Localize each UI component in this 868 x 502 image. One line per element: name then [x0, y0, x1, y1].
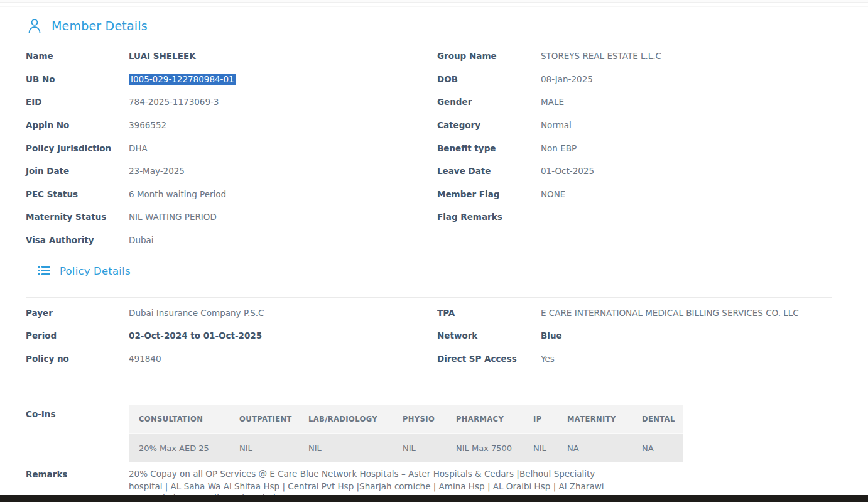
policy-fields-left: Payer Dubai Insurance Company P.S.C Peri… [26, 301, 437, 370]
field-row-member-flag: Member Flag NONE [437, 183, 832, 206]
field-value: Normal [541, 120, 572, 130]
coins-header-maternity: MATERNITY [557, 405, 632, 434]
coins-header-dental: DENTAL [632, 405, 683, 434]
field-row-policy-no: Policy no 491840 [26, 347, 437, 371]
field-value: 784-2025-1173069-3 [129, 97, 219, 107]
field-row-network: Network Blue [437, 324, 832, 347]
field-value: 3966552 [129, 120, 166, 130]
field-value: NONE [541, 189, 565, 199]
field-row-group-name: Group Name STOREYS REAL ESTATE L.L.C [437, 45, 832, 68]
person-icon [27, 18, 42, 34]
field-value: 01-Oct-2025 [541, 166, 594, 176]
field-label: TPA [437, 308, 541, 318]
coins-section: Co-Ins CONSULTATION OUTPATIENT LAB/RADIO… [26, 405, 832, 462]
field-row-eid: EID 784-2025-1173069-3 [26, 90, 437, 114]
field-label: Policy Jurisdiction [26, 143, 129, 153]
field-label: Direct SP Access [437, 354, 541, 364]
field-row-join-date: Join Date 23-May-2025 [26, 160, 437, 183]
field-label: Visa Authority [26, 235, 129, 245]
field-value: 491840 [129, 354, 161, 364]
policy-fields: Payer Dubai Insurance Company P.S.C Peri… [26, 298, 832, 370]
field-value: 08-Jan-2025 [541, 74, 593, 84]
coins-label: Co-Ins [26, 405, 129, 419]
member-details-title: Member Details [52, 19, 148, 33]
member-fields-left: Name LUAI SHELEEK UB No I005-029-1227809… [26, 45, 437, 251]
field-label: Join Date [26, 166, 129, 176]
coins-value-dental: NA [632, 434, 683, 462]
field-label: Member Flag [437, 189, 541, 199]
coins-value-physio: NIL [393, 434, 446, 462]
field-label: Name [26, 51, 129, 61]
bottom-window-edge [0, 495, 868, 502]
coins-value-ip: NIL [523, 434, 557, 462]
coins-header-pharmacy: PHARMACY [446, 405, 523, 434]
field-row-visa-authority: Visa Authority Dubai [26, 229, 437, 252]
field-row-flag-remarks: Flag Remarks [437, 205, 832, 229]
field-label: Appln No [26, 120, 129, 130]
field-row-category: Category Normal [437, 114, 832, 137]
coins-value-lab-radiology: NIL [298, 434, 393, 462]
field-value: Dubai [129, 235, 154, 245]
coins-header-outpatient: OUTPATIENT [229, 405, 298, 434]
field-value: Blue [541, 330, 562, 341]
field-row-policy-jurisdiction: Policy Jurisdiction DHA [26, 136, 437, 160]
field-label: Flag Remarks [437, 212, 541, 222]
field-label: EID [26, 97, 129, 107]
field-label: Network [437, 330, 541, 341]
field-value: DHA [129, 143, 148, 153]
top-edge-line-2 [0, 3, 868, 7]
coins-value-maternity: NA [557, 434, 632, 462]
field-row-gender: Gender MALE [437, 90, 832, 114]
coins-value-consultation: 20% Max AED 25 [129, 434, 229, 462]
field-value: Dubai Insurance Company P.S.C [129, 308, 264, 318]
field-row-benefit-type: Benefit type Non EBP [437, 136, 832, 160]
field-value: LUAI SHELEEK [129, 51, 196, 61]
field-row-period: Period 02-Oct-2024 to 01-Oct-2025 [26, 324, 437, 347]
coins-header-ip: IP [523, 405, 557, 434]
field-value: 6 Month waiting Period [129, 189, 226, 199]
field-value: MALE [541, 97, 564, 107]
field-label: Benefit type [437, 143, 541, 153]
field-row-ubno: UB No I005-029-122780984-01 [26, 68, 437, 91]
coins-header-consultation: CONSULTATION [129, 405, 229, 434]
policy-details-header: Policy Details [38, 262, 832, 280]
field-label: Category [437, 120, 541, 130]
field-row-maternity-status: Maternity Status NIL WAITING PERIOD [26, 205, 437, 229]
coins-table-data-row: 20% Max AED 25 NIL NIL NIL NIL Max 7500 … [129, 434, 683, 462]
field-label: Group Name [437, 51, 541, 61]
field-label: Payer [26, 308, 129, 318]
field-row-appln-no: Appln No 3966552 [26, 114, 437, 137]
field-value: STOREYS REAL ESTATE L.L.C [541, 51, 661, 61]
ub-no-selected-text[interactable]: I005-029-122780984-01 [129, 74, 236, 85]
field-value: Yes [541, 354, 555, 364]
policy-details-title: Policy Details [60, 265, 131, 277]
field-label: Period [26, 330, 129, 341]
member-details-page: Member Details Name LUAI SHELEEK UB No I… [0, 7, 868, 502]
field-label: UB No [26, 74, 129, 84]
remarks-label: Remarks [26, 468, 129, 479]
coins-table: CONSULTATION OUTPATIENT LAB/RADIOLOGY PH… [129, 405, 683, 462]
field-label: Leave Date [437, 166, 541, 176]
coins-header-lab-radiology: LAB/RADIOLOGY [298, 405, 393, 434]
field-row-leave-date: Leave Date 01-Oct-2025 [437, 160, 832, 183]
field-label: Maternity Status [26, 212, 129, 222]
field-row-dob: DOB 08-Jan-2025 [437, 68, 832, 91]
member-fields-right: Group Name STOREYS REAL ESTATE L.L.C DOB… [437, 45, 832, 251]
member-details-header: Member Details [26, 7, 832, 41]
field-value: I005-029-122780984-01 [129, 74, 236, 84]
field-label: Policy no [26, 354, 129, 364]
field-row-direct-sp-access: Direct SP Access Yes [437, 347, 832, 371]
field-label: DOB [437, 74, 541, 84]
field-row-pec-status: PEC Status 6 Month waiting Period [26, 183, 437, 206]
field-row-payer: Payer Dubai Insurance Company P.S.C [26, 301, 437, 324]
field-value: 23-May-2025 [129, 166, 185, 176]
policy-fields-right: TPA E CARE INTERNATIONAL MEDICAL BILLING… [437, 301, 832, 370]
member-fields: Name LUAI SHELEEK UB No I005-029-1227809… [26, 41, 832, 251]
field-value: E CARE INTERNATIONAL MEDICAL BILLING SER… [541, 308, 799, 318]
field-value: Non EBP [541, 143, 577, 153]
field-value: 02-Oct-2024 to 01-Oct-2025 [129, 330, 262, 341]
field-label: Gender [437, 97, 541, 107]
coins-header-physio: PHYSIO [393, 405, 446, 434]
field-label: PEC Status [26, 189, 129, 199]
field-row-tpa: TPA E CARE INTERNATIONAL MEDICAL BILLING… [437, 301, 832, 324]
